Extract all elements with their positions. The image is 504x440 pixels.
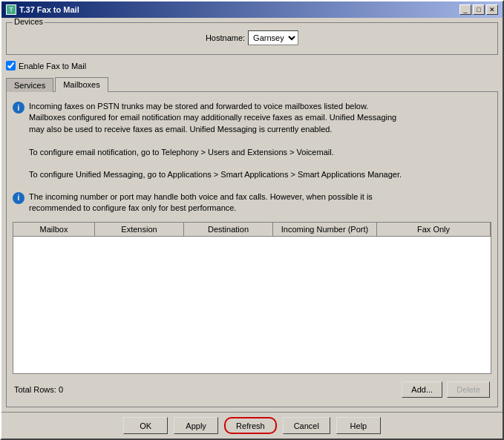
- maximize-button[interactable]: □: [473, 4, 485, 15]
- enable-fax-label[interactable]: Enable Fax to Mail: [19, 62, 86, 70]
- col-header-incoming: Incoming Number (Port): [273, 223, 377, 236]
- refresh-button[interactable]: Refresh: [224, 417, 277, 434]
- info-icon-1: i: [13, 102, 24, 114]
- title-bar: T T.37 Fax to Mail _ □ ✕: [1, 1, 503, 18]
- tabs-container: Services Mailboxes i Incoming faxes on P…: [6, 76, 498, 407]
- close-button[interactable]: ✕: [486, 4, 498, 15]
- col-header-destination: Destination: [184, 223, 273, 236]
- info-text-2: The incoming number or port may handle b…: [29, 191, 373, 214]
- tab-bar: Services Mailboxes: [6, 76, 498, 91]
- hostname-select[interactable]: Garnsey: [248, 30, 298, 45]
- enable-fax-checkbox-row: Enable Fax to Mail: [6, 59, 498, 72]
- help-button[interactable]: Help: [336, 417, 381, 434]
- window-icon: T: [6, 4, 16, 15]
- hostname-label: Hostname:: [206, 33, 245, 42]
- window-content: Devices Hostname: Garnsey Enable Fax to …: [1, 18, 503, 412]
- minimize-button[interactable]: _: [459, 4, 471, 15]
- title-buttons: _ □ ✕: [459, 4, 498, 15]
- ok-button[interactable]: OK: [123, 417, 168, 434]
- col-header-mailbox: Mailbox: [13, 223, 95, 236]
- devices-group: Devices Hostname: Garnsey: [6, 22, 498, 55]
- tab-services[interactable]: Services: [6, 78, 53, 92]
- info-box-2: i The incoming number or port may handle…: [13, 188, 491, 217]
- delete-button[interactable]: Delete: [447, 381, 490, 398]
- footer-bar: OK Apply Refresh Cancel Help: [1, 412, 503, 439]
- info-text-1: Incoming faxes on PSTN trunks may be sto…: [29, 101, 402, 181]
- total-rows-label: Total Rows: 0: [14, 385, 63, 394]
- tab-content-mailboxes: i Incoming faxes on PSTN trunks may be s…: [6, 91, 498, 407]
- table-action-buttons: Add... Delete: [402, 381, 490, 398]
- bottom-action-bar: Total Rows: 0 Add... Delete: [13, 378, 491, 401]
- cancel-button[interactable]: Cancel: [283, 417, 330, 434]
- hostname-row: Hostname: Garnsey: [13, 27, 491, 48]
- table-header: Mailbox Extension Destination Incoming N…: [13, 223, 491, 237]
- info-icon-2: i: [13, 192, 24, 204]
- mailboxes-table: Mailbox Extension Destination Incoming N…: [13, 222, 491, 374]
- devices-group-label: Devices: [13, 18, 45, 26]
- title-bar-left: T T.37 Fax to Mail: [6, 4, 79, 15]
- add-button[interactable]: Add...: [402, 381, 442, 398]
- tab-mailboxes[interactable]: Mailboxes: [55, 77, 108, 92]
- main-window: T T.37 Fax to Mail _ □ ✕ Devices Hostnam…: [0, 0, 504, 440]
- table-body: [13, 237, 491, 373]
- apply-button[interactable]: Apply: [174, 417, 218, 434]
- col-header-extension: Extension: [95, 223, 184, 236]
- info-box-1: i Incoming faxes on PSTN trunks may be s…: [13, 98, 491, 184]
- col-header-faxonly: Fax Only: [377, 223, 491, 236]
- window-title: T.37 Fax to Mail: [19, 5, 79, 14]
- enable-fax-checkbox[interactable]: [6, 61, 16, 70]
